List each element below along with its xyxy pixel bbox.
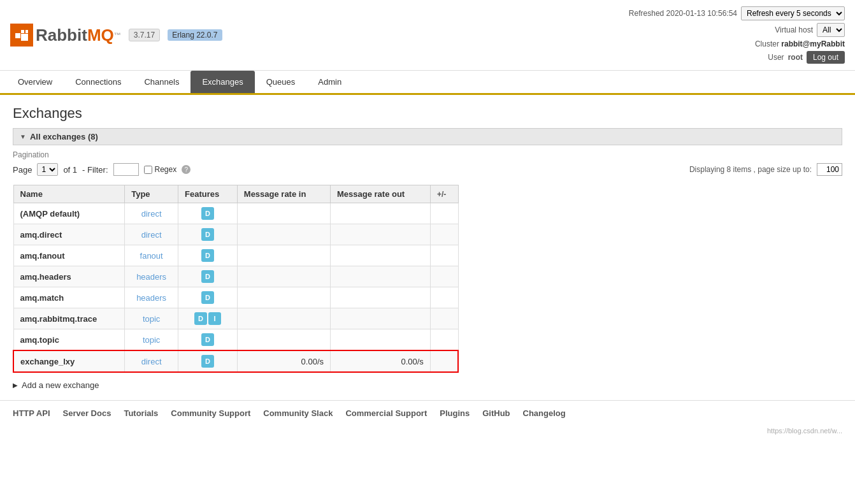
feature-badge: D <box>201 207 214 220</box>
footer-link[interactable]: Changelog <box>523 408 566 418</box>
footer-bottom: https://blog.csdn.net/w... <box>0 426 855 436</box>
nav-overview[interactable]: Overview <box>6 71 64 93</box>
td-plus-minus <box>430 350 458 372</box>
table-row[interactable]: exchange_lxydirectD0.00/s0.00/s <box>13 350 458 372</box>
exchanges-table: Name Type Features Message rate in Messa… <box>13 185 459 373</box>
virtual-host-row: Virtual host All <box>775 23 845 37</box>
feature-badge: D <box>201 291 214 304</box>
section-arrow-icon: ▼ <box>20 133 26 140</box>
logo-rabbit-text: Rabbit <box>36 25 87 45</box>
th-type: Type <box>125 185 178 203</box>
regex-checkbox[interactable] <box>144 166 152 174</box>
td-type: headers <box>125 266 178 287</box>
table-row[interactable]: amq.rabbitmq.tracetopicDI <box>13 308 458 329</box>
page-title: Exchanges <box>13 105 842 122</box>
th-rate-out: Message rate out <box>331 185 431 203</box>
footer-link[interactable]: GitHub <box>482 408 510 418</box>
td-plus-minus <box>430 287 458 308</box>
th-rate-in: Message rate in <box>237 185 330 203</box>
regex-help-icon[interactable]: ? <box>182 165 190 174</box>
table-row[interactable]: amq.headersheadersD <box>13 266 458 287</box>
td-name: amq.rabbitmq.trace <box>13 308 125 329</box>
footer-link[interactable]: Commercial Support <box>345 408 427 418</box>
page-select[interactable]: 1 <box>37 163 58 176</box>
td-rate-in: 0.00/s <box>237 350 330 372</box>
td-type: direct <box>125 224 178 245</box>
displaying-text: Displaying 8 items , page size up to: <box>689 165 812 174</box>
svg-rect-0 <box>15 33 20 38</box>
td-name: amq.match <box>13 287 125 308</box>
virtual-host-select[interactable]: All <box>817 23 845 37</box>
virtual-host-label: Virtual host <box>775 25 813 34</box>
refreshed-label: Refreshed 2020-01-13 10:56:54 <box>629 9 737 18</box>
rabbitmq-icon <box>10 24 33 47</box>
page-size-input[interactable] <box>817 163 842 176</box>
user-row: User root Log out <box>768 51 845 64</box>
user-value: root <box>788 53 803 62</box>
td-plus-minus <box>430 224 458 245</box>
regex-label: Regex <box>155 165 177 174</box>
footer-link[interactable]: Server Docs <box>63 408 111 418</box>
table-row[interactable]: amq.directdirectD <box>13 224 458 245</box>
feature-badge: D <box>201 228 214 241</box>
td-plus-minus <box>430 308 458 329</box>
td-rate-out <box>331 224 431 245</box>
filter-label: - Filter: <box>82 165 108 175</box>
td-rate-in <box>237 329 330 351</box>
cluster-label: Cluster <box>755 40 779 48</box>
header: RabbitMQ™ 3.7.17 Erlang 22.0.7 Refreshed… <box>0 0 855 71</box>
td-rate-out <box>331 287 431 308</box>
logout-button[interactable]: Log out <box>807 51 845 64</box>
footer-link[interactable]: Tutorials <box>124 408 158 418</box>
refresh-row: Refreshed 2020-01-13 10:56:54 Refresh ev… <box>629 6 845 20</box>
add-exchange-arrow-icon: ▶ <box>13 382 18 389</box>
table-row[interactable]: amq.fanoutfanoutD <box>13 245 458 266</box>
td-name: amq.headers <box>13 266 125 287</box>
td-type: headers <box>125 287 178 308</box>
nav-exchanges[interactable]: Exchanges <box>190 71 254 93</box>
td-rate-out <box>331 329 431 351</box>
nav-admin[interactable]: Admin <box>306 71 353 93</box>
footer-link[interactable]: Plugins <box>440 408 470 418</box>
td-features: D <box>178 203 238 224</box>
th-features: Features <box>178 185 238 203</box>
td-features: D <box>178 224 238 245</box>
cluster-row: Cluster rabbit@myRabbit <box>755 40 845 48</box>
td-features: D <box>178 350 238 372</box>
table-row[interactable]: amq.topictopicD <box>13 329 458 351</box>
user-label: User <box>768 53 784 62</box>
header-right: Refreshed 2020-01-13 10:56:54 Refresh ev… <box>629 6 845 64</box>
exchanges-tbody: (AMQP default)directDamq.directdirectDam… <box>13 203 458 373</box>
main-content: Exchanges ▼ All exchanges (8) Pagination… <box>0 95 855 400</box>
td-rate-in <box>237 224 330 245</box>
refresh-select[interactable]: Refresh every 5 seconds <box>741 6 845 20</box>
logo-trademark: ™ <box>114 31 121 39</box>
footer-link[interactable]: HTTP API <box>13 408 50 418</box>
cluster-value: rabbit@myRabbit <box>781 40 845 48</box>
footer-link[interactable]: Community Support <box>171 408 250 418</box>
erlang-badge: Erlang 22.0.7 <box>168 29 222 41</box>
add-exchange[interactable]: ▶ Add a new exchange <box>13 380 842 390</box>
feature-badge: D <box>201 270 214 283</box>
main-nav: Overview Connections Channels Exchanges … <box>0 71 855 95</box>
of-label: of 1 <box>63 165 77 175</box>
section-header[interactable]: ▼ All exchanges (8) <box>13 128 842 145</box>
th-plus-minus: +/- <box>430 185 458 203</box>
td-features: D <box>178 287 238 308</box>
td-rate-in <box>237 203 330 224</box>
td-rate-out <box>331 203 431 224</box>
table-header-row: Name Type Features Message rate in Messa… <box>13 185 458 203</box>
logo: RabbitMQ™ <box>10 24 121 47</box>
nav-channels[interactable]: Channels <box>133 71 190 93</box>
filter-input[interactable] <box>113 163 139 176</box>
table-row[interactable]: amq.matchheadersD <box>13 287 458 308</box>
footer-link[interactable]: Community Slack <box>263 408 333 418</box>
nav-connections[interactable]: Connections <box>64 71 133 93</box>
td-type: direct <box>125 350 178 372</box>
nav-queues[interactable]: Queues <box>255 71 307 93</box>
table-row[interactable]: (AMQP default)directD <box>13 203 458 224</box>
regex-checkbox-label: Regex <box>144 165 177 174</box>
svg-rect-2 <box>21 34 28 41</box>
feature-badge: D <box>194 312 207 325</box>
td-rate-in <box>237 308 330 329</box>
